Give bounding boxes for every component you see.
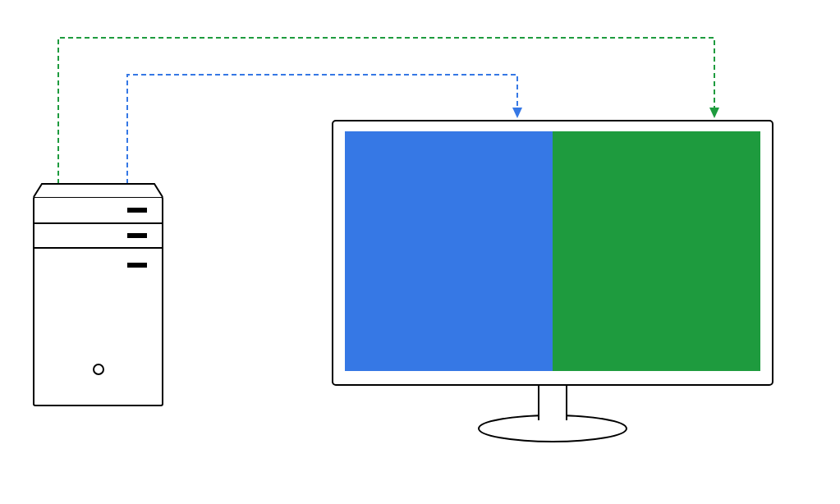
computer-tower-icon: [34, 184, 163, 405]
svg-rect-4: [127, 233, 147, 238]
svg-rect-10: [539, 386, 566, 419]
screen-right-half: [553, 131, 760, 371]
diagram-svg: [0, 0, 840, 504]
diagram-canvas: [0, 0, 840, 504]
svg-rect-5: [127, 263, 147, 268]
monitor-screen: [345, 131, 760, 371]
svg-rect-3: [127, 208, 147, 213]
svg-point-9: [479, 415, 627, 442]
screen-left-half: [345, 131, 553, 371]
monitor-icon: [333, 121, 773, 442]
